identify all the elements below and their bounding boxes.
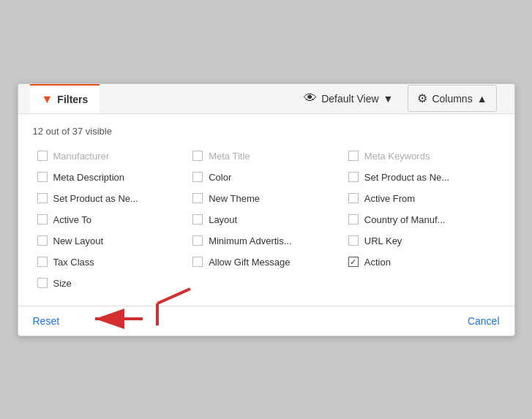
column-checkbox[interactable] — [37, 151, 48, 161]
column-label: Size — [53, 278, 72, 289]
list-item: Size — [33, 273, 189, 294]
column-label: Meta Title — [209, 151, 250, 162]
columns-button[interactable]: ⚙ Columns ▲ — [408, 85, 496, 112]
column-checkbox[interactable] — [192, 235, 203, 246]
list-item: Active To — [33, 209, 189, 230]
list-item: Allow Gift Message — [188, 252, 344, 273]
list-item: Set Product as Ne... — [33, 188, 189, 209]
column-label: Set Product as Ne... — [364, 172, 449, 183]
column-checkbox[interactable] — [37, 193, 48, 203]
column-label: Manufacturer — [53, 151, 110, 162]
column-label: Meta Keywords — [364, 151, 430, 162]
column-checkbox[interactable] — [37, 257, 48, 267]
chevron-down-icon: ▼ — [383, 93, 394, 105]
list-item: Layout — [188, 209, 344, 230]
chevron-up-icon: ▲ — [477, 93, 487, 105]
column-label: Tax Class — [53, 257, 94, 268]
column-checkbox[interactable] — [348, 172, 359, 182]
column-checkbox[interactable] — [37, 235, 48, 246]
column-checkbox[interactable] — [192, 151, 203, 161]
column-label: Set Product as Ne... — [53, 193, 138, 204]
scroll-container[interactable]: ManufacturerMeta TitleMeta KeywordsMeta … — [33, 146, 500, 294]
reset-button[interactable]: Reset — [33, 315, 60, 327]
columns-grid: ManufacturerMeta TitleMeta KeywordsMeta … — [33, 146, 500, 294]
column-checkbox[interactable] — [348, 257, 359, 267]
columns-label: Columns — [432, 93, 472, 105]
filters-button[interactable]: ▼ Filters — [30, 84, 100, 113]
columns-area: ManufacturerMeta TitleMeta KeywordsMeta … — [33, 146, 500, 294]
column-label: Active To — [53, 214, 92, 225]
list-item: Manufacturer — [33, 146, 189, 167]
list-item: Meta Keywords — [344, 146, 500, 167]
list-item: Country of Manuf... — [344, 209, 500, 230]
column-label: Minimum Advertis... — [209, 235, 291, 246]
list-item: Tax Class — [33, 252, 189, 273]
column-label: New Theme — [209, 193, 260, 204]
list-item: URL Key — [344, 230, 500, 252]
column-label: URL Key — [364, 235, 402, 246]
list-item: Meta Title — [188, 146, 344, 167]
list-item: Set Product as Ne... — [344, 167, 500, 188]
filter-icon: ▼ — [42, 93, 53, 106]
list-item: Active From — [344, 188, 500, 209]
column-checkbox[interactable] — [37, 214, 48, 224]
column-checkbox[interactable] — [37, 172, 48, 182]
column-checkbox[interactable] — [37, 278, 48, 288]
list-item: New Layout — [33, 230, 189, 252]
column-label: Active From — [364, 193, 415, 204]
body: 12 out of 37 visible ManufacturerMeta Ti… — [18, 114, 514, 306]
column-checkbox[interactable] — [348, 214, 359, 224]
column-checkbox[interactable] — [348, 193, 359, 203]
column-checkbox[interactable] — [192, 214, 203, 224]
list-item: Minimum Advertis... — [188, 230, 344, 252]
cancel-button[interactable]: Cancel — [468, 315, 500, 327]
column-label: Allow Gift Message — [209, 257, 290, 268]
column-checkbox[interactable] — [348, 151, 359, 161]
column-checkbox[interactable] — [348, 235, 359, 246]
column-checkbox[interactable] — [192, 193, 203, 203]
list-item: Action — [344, 252, 500, 273]
column-label: Action — [364, 257, 391, 268]
eye-icon: 👁 — [304, 91, 317, 106]
footer: Reset Cancel — [18, 306, 514, 336]
columns-dialog: ▼ Filters 👁 Default View ▼ ⚙ Columns ▲ 1… — [18, 83, 515, 336]
column-checkbox[interactable] — [192, 257, 203, 267]
default-view-button[interactable]: 👁 Default View ▼ — [295, 85, 402, 112]
visible-count: 12 out of 37 visible — [33, 126, 500, 137]
column-checkbox[interactable] — [192, 172, 203, 182]
list-item: Meta Description — [33, 167, 189, 188]
gear-icon: ⚙ — [417, 91, 427, 105]
list-item: Color — [188, 167, 344, 188]
list-item: New Theme — [188, 188, 344, 209]
column-label: New Layout — [53, 235, 104, 246]
filters-label: Filters — [57, 94, 88, 105]
toolbar: ▼ Filters 👁 Default View ▼ ⚙ Columns ▲ — [18, 84, 514, 114]
default-view-label: Default View — [321, 93, 378, 105]
toolbar-right: 👁 Default View ▼ ⚙ Columns ▲ — [289, 84, 502, 113]
column-label: Meta Description — [53, 172, 125, 183]
column-label: Color — [209, 172, 231, 183]
column-label: Country of Manuf... — [364, 214, 446, 225]
column-label: Layout — [209, 214, 237, 225]
